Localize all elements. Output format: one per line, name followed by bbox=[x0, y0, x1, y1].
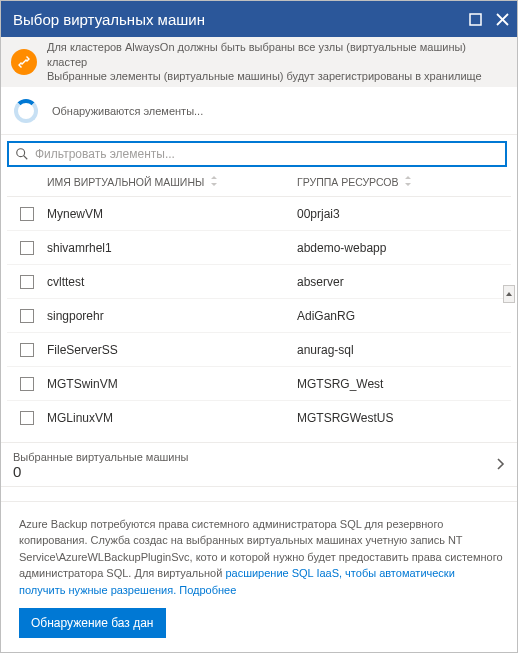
selected-vms-panel[interactable]: Выбранные виртуальные машины 0 bbox=[1, 442, 517, 487]
cell-resource-group: AdiGanRG bbox=[297, 309, 511, 323]
cell-vm-name: FileServerSS bbox=[47, 343, 297, 357]
svg-line-4 bbox=[24, 156, 28, 160]
table-header: ИМЯ ВИРТУАЛЬНОЙ МАШИНЫ ГРУППА РЕСУРСОВ bbox=[7, 167, 511, 197]
filter-input[interactable] bbox=[35, 147, 499, 161]
dialog-select-vms: Выбор виртуальных машин Для кластеров Al… bbox=[0, 0, 518, 653]
scroll-up-icon[interactable] bbox=[503, 285, 515, 303]
tools-icon bbox=[11, 49, 37, 75]
table-body: MynewVM00prjai3shivamrhel1abdemo-webappc… bbox=[7, 197, 511, 432]
table-row[interactable]: singporehrAdiGanRG bbox=[7, 299, 511, 333]
cell-vm-name: MGTSwinVM bbox=[47, 377, 297, 391]
spinner-icon bbox=[14, 99, 38, 123]
discover-databases-button[interactable]: Обнаружение баз дан bbox=[19, 608, 166, 638]
cell-resource-group: MGTSRG_West bbox=[297, 377, 511, 391]
restore-window-icon[interactable] bbox=[469, 13, 482, 26]
dialog-footer: Azure Backup потребуются права системног… bbox=[1, 487, 517, 652]
cell-resource-group: abserver bbox=[297, 275, 511, 289]
svg-rect-0 bbox=[470, 14, 481, 25]
table-row[interactable]: cvlttestabserver bbox=[7, 265, 511, 299]
sort-icon bbox=[404, 176, 412, 188]
discover-status: Обнаруживаются элементы... bbox=[1, 87, 517, 135]
selected-label: Выбранные виртуальные машины bbox=[13, 451, 493, 463]
column-header-vm-name[interactable]: ИМЯ ВИРТУАЛЬНОЙ МАШИНЫ bbox=[47, 176, 297, 188]
window-title: Выбор виртуальных машин bbox=[13, 11, 469, 28]
cell-resource-group: 00prjai3 bbox=[297, 207, 511, 221]
banner-text: Для кластеров AlwaysOn должны быть выбра… bbox=[47, 40, 507, 85]
filter-searchbox[interactable] bbox=[7, 141, 507, 167]
table-row[interactable]: MGTSwinVMMGTSRG_West bbox=[7, 367, 511, 401]
search-icon bbox=[15, 147, 29, 161]
sort-icon bbox=[210, 176, 218, 188]
banner-line-2: Выбранные элементы (виртуальные машины) … bbox=[47, 69, 507, 84]
cell-vm-name: MynewVM bbox=[47, 207, 297, 221]
row-checkbox[interactable] bbox=[7, 377, 47, 391]
title-bar-buttons bbox=[469, 13, 509, 26]
row-checkbox[interactable] bbox=[7, 275, 47, 289]
cell-resource-group: abdemo-webapp bbox=[297, 241, 511, 255]
cell-resource-group: MGTSRGWestUS bbox=[297, 411, 511, 425]
discover-text: Обнаруживаются элементы... bbox=[52, 105, 203, 117]
row-checkbox[interactable] bbox=[7, 241, 47, 255]
column-header-resource-group[interactable]: ГРУППА РЕСУРСОВ bbox=[297, 176, 511, 188]
title-bar: Выбор виртуальных машин bbox=[1, 1, 517, 37]
column-label: ГРУППА РЕСУРСОВ bbox=[297, 176, 398, 188]
table-row[interactable]: MGLinuxVMMGTSRGWestUS bbox=[7, 401, 511, 432]
button-bar: Обнаружение баз дан bbox=[1, 608, 517, 652]
column-label: ИМЯ ВИРТУАЛЬНОЙ МАШИНЫ bbox=[47, 176, 204, 188]
permissions-info: Azure Backup потребуются права системног… bbox=[1, 501, 517, 609]
close-icon[interactable] bbox=[496, 13, 509, 26]
chevron-right-icon bbox=[493, 457, 507, 474]
selected-count: 0 bbox=[13, 463, 493, 480]
cell-vm-name: shivamrhel1 bbox=[47, 241, 297, 255]
row-checkbox[interactable] bbox=[7, 343, 47, 357]
info-banner: Для кластеров AlwaysOn должны быть выбра… bbox=[1, 37, 517, 87]
cell-vm-name: singporehr bbox=[47, 309, 297, 323]
cell-vm-name: cvlttest bbox=[47, 275, 297, 289]
cell-resource-group: anurag-sql bbox=[297, 343, 511, 357]
table-row[interactable]: MynewVM00prjai3 bbox=[7, 197, 511, 231]
row-checkbox[interactable] bbox=[7, 207, 47, 221]
row-checkbox[interactable] bbox=[7, 411, 47, 425]
cell-vm-name: MGLinuxVM bbox=[47, 411, 297, 425]
row-checkbox[interactable] bbox=[7, 309, 47, 323]
table-row[interactable]: FileServerSSanurag-sql bbox=[7, 333, 511, 367]
svg-point-3 bbox=[17, 149, 25, 157]
vm-table: ИМЯ ВИРТУАЛЬНОЙ МАШИНЫ ГРУППА РЕСУРСОВ M… bbox=[7, 167, 511, 432]
table-row[interactable]: shivamrhel1abdemo-webapp bbox=[7, 231, 511, 265]
banner-line-1: Для кластеров AlwaysOn должны быть выбра… bbox=[47, 40, 507, 70]
